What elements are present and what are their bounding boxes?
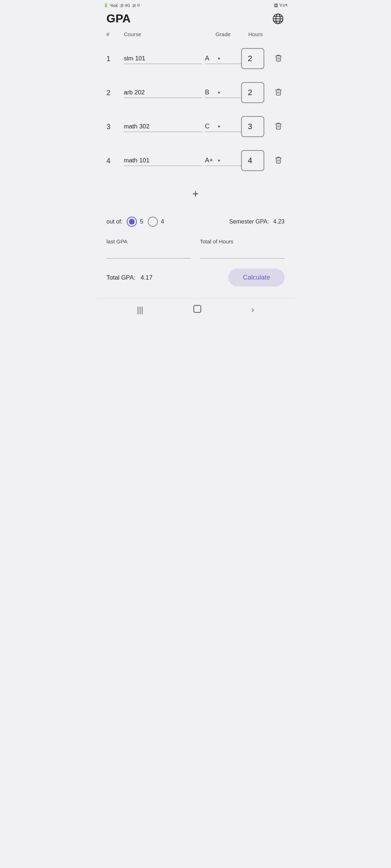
col-course: Course <box>121 31 205 37</box>
trash-icon <box>274 54 282 64</box>
hours-input[interactable] <box>241 150 264 171</box>
delete-button[interactable] <box>270 122 285 132</box>
status-right: 🖼 V:o٩ <box>274 3 287 8</box>
course-input-wrap <box>121 88 205 98</box>
chevron-down-icon: ▾ <box>218 56 220 61</box>
svg-rect-5 <box>194 305 201 312</box>
forward-nav-icon[interactable]: › <box>251 305 254 315</box>
chevron-down-icon: ▾ <box>218 90 220 95</box>
radio-4-button[interactable] <box>148 217 158 227</box>
trash-icon <box>274 88 282 98</box>
last-gpa-row: last GPA Total of Hours <box>106 233 285 261</box>
table-header: # Course Grade Hours <box>98 30 293 39</box>
signal-bars: .|ll <box>119 3 123 8</box>
grade-label: C <box>205 123 218 130</box>
grade-select[interactable]: B ▾ <box>205 87 241 98</box>
grade-select[interactable]: A+ ▾ <box>205 155 241 166</box>
radio-5-label: 5 <box>140 218 143 225</box>
add-row: + <box>98 178 293 207</box>
course-name-input[interactable] <box>124 156 202 166</box>
outof-label: out of: <box>106 218 122 225</box>
semester-gpa-label: Semester GPA: <box>229 218 269 225</box>
last-gpa-group: last GPA <box>106 238 191 259</box>
total-hours-input[interactable] <box>200 249 285 259</box>
total-gpa-label: Total GPA: <box>106 274 135 281</box>
calculate-button[interactable]: Calculate <box>228 269 285 286</box>
table-row: 4 A+ ▾ <box>98 144 293 178</box>
delete-button[interactable] <box>270 156 285 166</box>
add-course-button[interactable]: + <box>185 185 206 203</box>
nav-bar: ||| › <box>98 298 293 322</box>
battery-icon: 🔋 <box>104 3 109 8</box>
course-name-input[interactable] <box>124 54 202 64</box>
row-number: 4 <box>106 157 121 165</box>
course-name-input[interactable] <box>124 88 202 98</box>
trash-icon <box>274 122 282 132</box>
col-number: # <box>106 31 121 37</box>
grade-select[interactable]: A ▾ <box>205 53 241 64</box>
hours-input[interactable] <box>241 48 264 69</box>
total-hours-group: Total of Hours <box>200 238 285 259</box>
grade-label: A+ <box>205 157 218 164</box>
delete-button[interactable] <box>270 88 285 98</box>
signal-bars-2: .|ll <box>132 3 136 8</box>
table-row: 3 C ▾ <box>98 110 293 144</box>
row-number: 2 <box>106 89 121 97</box>
radio-5-wrap[interactable]: 5 <box>127 217 143 227</box>
grade-select[interactable]: C ▾ <box>205 121 241 132</box>
radio-5-inner <box>129 219 135 225</box>
trash-icon <box>274 156 282 166</box>
course-input-wrap <box>121 54 205 64</box>
media-icon: 🖼 <box>274 3 278 8</box>
course-input-wrap <box>121 122 205 132</box>
signal-text: %o£ <box>110 3 118 8</box>
4g-icon: 4G <box>125 3 130 8</box>
row-number: 1 <box>106 55 121 63</box>
wifi-icon: ⊙ <box>137 3 140 8</box>
total-row: Total GPA: 4.17 Calculate <box>106 261 285 292</box>
total-gpa-text: Total GPA: 4.17 <box>106 274 152 281</box>
globe-button[interactable] <box>272 12 285 25</box>
course-input-wrap <box>121 156 205 166</box>
course-name-input[interactable] <box>124 122 202 132</box>
last-gpa-input[interactable] <box>106 249 191 259</box>
semester-gpa-value: 4.23 <box>273 218 285 225</box>
hours-input[interactable] <box>241 82 264 103</box>
status-bar: 🔋 %o£ .|ll 4G .|ll ⊙ 🖼 V:o٩ <box>98 0 293 9</box>
total-hours-label: Total of Hours <box>200 238 285 244</box>
app-title: GPA <box>106 12 131 25</box>
app-header: GPA <box>98 9 293 30</box>
table-row: 1 A ▾ <box>98 42 293 76</box>
radio-4-wrap[interactable]: 4 <box>148 217 164 227</box>
chevron-down-icon: ▾ <box>218 158 220 163</box>
col-grade: Grade <box>205 31 241 37</box>
col-hours: Hours <box>241 31 270 37</box>
back-nav-icon[interactable]: ||| <box>137 305 143 315</box>
col-actions <box>270 31 285 37</box>
grade-label: B <box>205 89 218 96</box>
last-gpa-label: last GPA <box>106 238 191 244</box>
table-row: 2 B ▾ <box>98 76 293 110</box>
chevron-down-icon: ▾ <box>218 124 220 129</box>
time: V:o٩ <box>279 3 287 8</box>
radio-4-label: 4 <box>161 218 164 225</box>
course-list: 1 A ▾ 2 B ▾ <box>98 42 293 178</box>
hours-input[interactable] <box>241 116 264 137</box>
bottom-section: out of: 5 4 Semester GPA: 4.23 last GPA … <box>98 207 293 292</box>
radio-5-button[interactable] <box>127 217 137 227</box>
delete-button[interactable] <box>270 54 285 64</box>
grade-label: A <box>205 55 218 62</box>
total-gpa-value: 4.17 <box>140 274 152 281</box>
outof-row: out of: 5 4 Semester GPA: 4.23 <box>106 212 285 233</box>
status-left: 🔋 %o£ .|ll 4G .|ll ⊙ <box>104 3 140 8</box>
home-nav-icon[interactable] <box>193 304 202 316</box>
row-number: 3 <box>106 123 121 131</box>
